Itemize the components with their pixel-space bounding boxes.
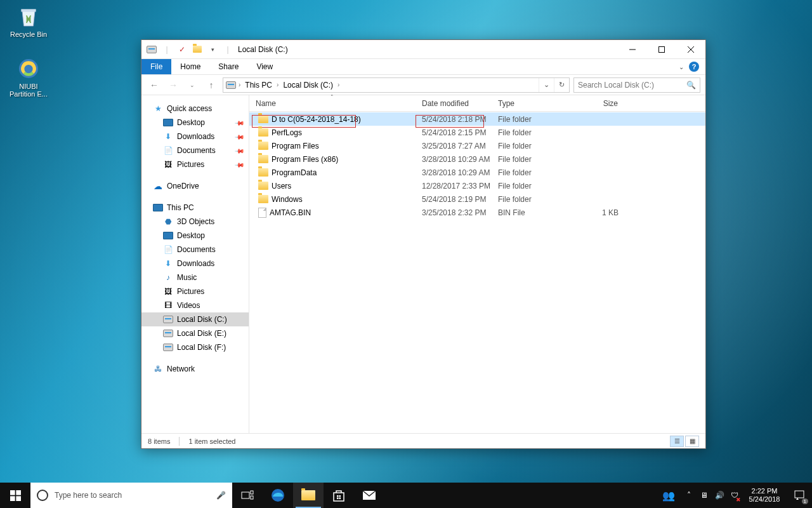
nav-pc-downloads[interactable]: ⬇Downloads [141, 257, 249, 271]
svg-rect-14 [337, 495, 339, 497]
tab-share[interactable]: Share [209, 59, 247, 74]
tray-network-icon[interactable]: 🖥 [697, 483, 712, 508]
tray-volume-icon[interactable]: 🔊 [712, 483, 727, 508]
nav-pc-desktop[interactable]: Desktop [141, 229, 249, 243]
breadcrumb-local-disk-c[interactable]: Local Disk (C:) [281, 81, 335, 90]
search-placeholder: Type here to search [55, 491, 122, 500]
tab-file[interactable]: File [141, 59, 171, 74]
tray-overflow-icon[interactable]: ˄ [681, 483, 697, 508]
nav-documents[interactable]: 📄Documents📌 [141, 144, 249, 157]
chevron-right-icon[interactable]: › [336, 81, 341, 88]
start-button[interactable] [0, 483, 30, 508]
forward-button[interactable]: → [166, 77, 181, 93]
microphone-icon[interactable]: 🎤 [216, 491, 226, 500]
file-name: PerfLogs [272, 128, 302, 137]
nav-pc-pictures[interactable]: 🖼Pictures [141, 284, 249, 298]
taskbar-search[interactable]: Type here to search 🎤 [30, 483, 232, 508]
nav-local-disk-c[interactable]: Local Disk (C:) [141, 312, 249, 326]
address-row: ← → ⌄ ↑ › This PC › Local Disk (C:) › ⌄ … [141, 75, 705, 95]
nav-pictures[interactable]: 🖼Pictures📌 [141, 157, 249, 171]
ribbon-expand-icon[interactable]: ⌄ [679, 64, 684, 70]
file-row[interactable]: Program Files3/25/2018 7:27 AMFile folde… [249, 139, 705, 152]
tab-view[interactable]: View [247, 59, 282, 74]
file-date: 5/24/2018 2:18 PM [422, 115, 486, 124]
nav-pc-music[interactable]: ♪Music [141, 271, 249, 284]
search-input[interactable]: Search Local Disk (C:) 🔍 [573, 77, 700, 93]
nav-quick-access[interactable]: ★Quick access [141, 102, 249, 116]
qat-newfolder[interactable] [191, 43, 204, 57]
column-headers: Name˄ Date modified Type Size [249, 95, 705, 112]
taskbar-edge[interactable] [263, 483, 293, 508]
close-button[interactable] [676, 40, 705, 59]
status-item-count: 8 items [148, 438, 170, 445]
view-icons-button[interactable]: ▦ [685, 436, 699, 447]
chevron-right-icon[interactable]: › [275, 81, 280, 88]
qat-dropdown-icon[interactable]: ▾ [206, 43, 219, 57]
nav-network[interactable]: 🖧Network [141, 362, 249, 376]
svg-rect-8 [16, 496, 21, 501]
address-bar[interactable]: › This PC › Local Disk (C:) › ⌄ ↻ [223, 77, 570, 93]
tray-security-icon[interactable]: 🛡✖ [727, 483, 742, 508]
nav-this-pc[interactable]: This PC [141, 201, 249, 215]
column-header-date[interactable]: Date modified [416, 95, 492, 111]
taskbar-file-explorer[interactable] [293, 483, 324, 508]
tray-clock[interactable]: 2:22 PM 5/24/2018 [742, 487, 787, 503]
back-button[interactable]: ← [147, 77, 162, 93]
refresh-button[interactable]: ↻ [554, 78, 569, 92]
content-pane: Name˄ Date modified Type Size D to C(05-… [249, 95, 705, 433]
recent-dropdown-icon[interactable]: ⌄ [185, 77, 200, 93]
pin-icon: 📌 [235, 131, 245, 142]
address-dropdown-icon[interactable]: ⌄ [539, 78, 554, 92]
tray-people[interactable]: 👥 [656, 483, 681, 508]
file-list[interactable]: D to C(05-24-2018_14-18)5/24/2018 2:18 P… [249, 112, 705, 433]
nav-local-disk-f[interactable]: Local Disk (F:) [141, 340, 249, 354]
window-title: Local Disk (C:) [238, 45, 288, 54]
nav-pc-videos[interactable]: 🎞Videos [141, 298, 249, 312]
file-row[interactable]: Windows5/24/2018 2:19 PMFile folder [249, 192, 705, 206]
monitor-icon [163, 117, 173, 128]
nav-downloads[interactable]: ⬇Downloads📌 [141, 130, 249, 144]
status-selection: 1 item selected [188, 438, 235, 445]
monitor-icon [163, 231, 173, 241]
file-row[interactable]: AMTAG.BIN3/25/2018 2:32 PMBIN File1 KB [249, 206, 705, 219]
svg-rect-16 [337, 498, 339, 500]
nav-local-disk-e[interactable]: Local Disk (E:) [141, 326, 249, 340]
nav-onedrive[interactable]: ☁OneDrive [141, 179, 249, 193]
file-row[interactable]: ProgramData3/28/2018 10:29 AMFile folder [249, 166, 705, 179]
clock-time: 2:22 PM [752, 487, 778, 495]
nav-desktop[interactable]: Desktop📌 [141, 116, 249, 130]
folder-icon [258, 155, 268, 163]
action-center-button[interactable]: 1 [787, 490, 812, 501]
taskbar-mail[interactable] [354, 483, 384, 508]
file-type: BIN File [492, 208, 568, 217]
desktop-icon-niubi[interactable]: NIUBI Partition E... [5, 56, 52, 98]
nav-pc-documents[interactable]: 📄Documents [141, 243, 249, 257]
titlebar[interactable]: | ✓ ▾ | Local Disk (C:) [141, 40, 705, 59]
maximize-button[interactable] [647, 40, 676, 59]
minimize-button[interactable] [618, 40, 647, 59]
desktop-icon-recycle-bin[interactable]: Recycle Bin [5, 4, 52, 38]
file-name: Users [272, 182, 291, 190]
view-details-button[interactable]: ☰ [670, 436, 684, 447]
chevron-right-icon[interactable]: › [237, 81, 242, 88]
file-row[interactable]: Program Files (x86)3/28/2018 10:29 AMFil… [249, 152, 705, 166]
file-row[interactable]: D to C(05-24-2018_14-18)5/24/2018 2:18 P… [249, 112, 705, 126]
column-header-size[interactable]: Size [568, 95, 631, 111]
up-button[interactable]: ↑ [204, 77, 219, 93]
tab-home[interactable]: Home [171, 59, 209, 74]
picture-icon: 🖼 [163, 286, 173, 297]
breadcrumb-this-pc[interactable]: This PC [243, 81, 274, 90]
qat-properties[interactable]: ✓ [176, 43, 188, 57]
column-header-type[interactable]: Type [492, 95, 568, 111]
app-icon [145, 43, 158, 57]
task-view-button[interactable] [232, 483, 263, 508]
help-icon[interactable]: ? [689, 62, 699, 72]
taskbar-store[interactable] [324, 483, 354, 508]
file-row[interactable]: PerfLogs5/24/2018 2:15 PMFile folder [249, 126, 705, 139]
cube-icon: ⬣ [163, 217, 173, 227]
file-row[interactable]: Users12/28/2017 2:33 PMFile folder [249, 179, 705, 192]
svg-rect-7 [10, 496, 15, 501]
nav-3d-objects[interactable]: ⬣3D Objects [141, 215, 249, 229]
column-header-name[interactable]: Name˄ [249, 95, 416, 111]
pin-icon: 📌 [235, 145, 245, 156]
